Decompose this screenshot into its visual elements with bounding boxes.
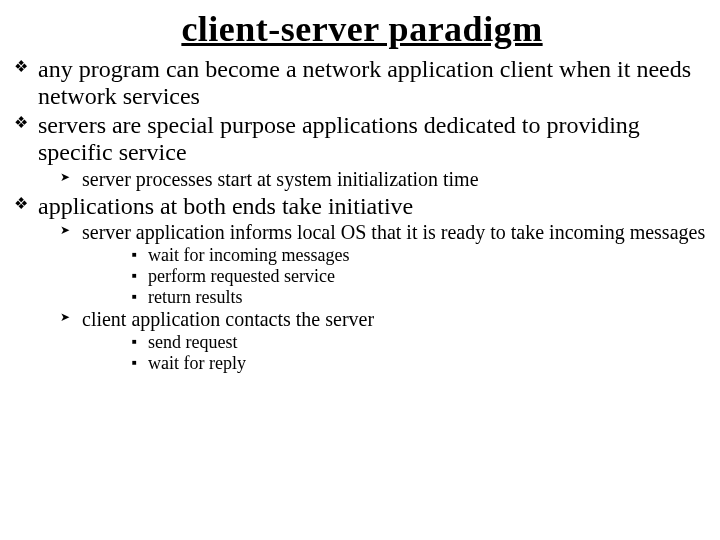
bullet-level3: wait for incoming messages <box>82 245 710 266</box>
bullet-level3: return results <box>82 287 710 308</box>
bullet-text: server application informs local OS that… <box>82 221 705 243</box>
bullet-text: servers are special purpose applications… <box>38 112 640 165</box>
bullet-text: send request <box>148 332 237 352</box>
bullet-level1: any program can become a network applica… <box>14 56 710 110</box>
bullet-level2: server processes start at system initial… <box>38 168 710 191</box>
bullet-text: applications at both ends take initiativ… <box>38 193 413 219</box>
slide-title: client-server paradigm <box>14 8 710 50</box>
bullet-level2: server application informs local OS that… <box>38 221 710 307</box>
bullet-text: perform requested service <box>148 266 335 286</box>
bullet-text: client application contacts the server <box>82 308 374 330</box>
bullet-level3: send request <box>82 332 710 353</box>
bullet-level3: perform requested service <box>82 266 710 287</box>
bullet-text: return results <box>148 287 242 307</box>
bullet-text: wait for reply <box>148 353 246 373</box>
slide: client-server paradigm any program can b… <box>0 0 720 540</box>
bullet-list: any program can become a network applica… <box>14 56 710 374</box>
bullet-level1: applications at both ends take initiativ… <box>14 193 710 374</box>
bullet-level1: servers are special purpose applications… <box>14 112 710 191</box>
bullet-text: wait for incoming messages <box>148 245 349 265</box>
bullet-text: any program can become a network applica… <box>38 56 691 109</box>
bullet-level2: client application contacts the server s… <box>38 308 710 373</box>
bullet-text: server processes start at system initial… <box>82 168 479 190</box>
bullet-level3: wait for reply <box>82 353 710 374</box>
